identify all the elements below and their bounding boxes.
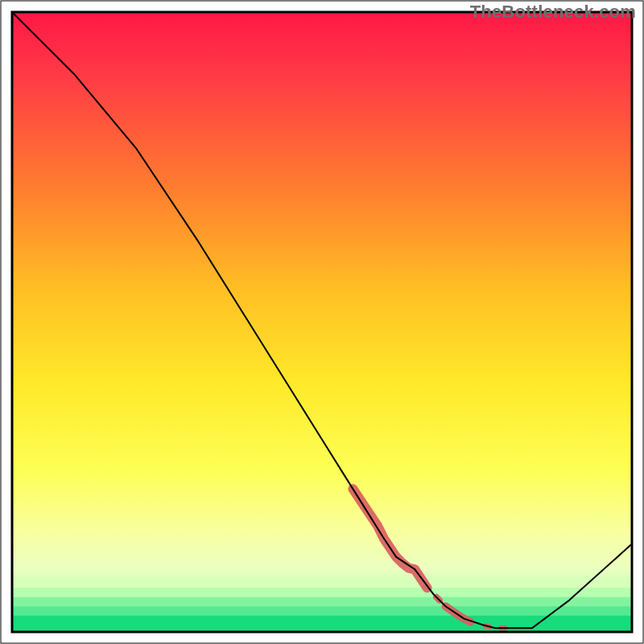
green-band: [13, 597, 631, 607]
chart-container: TheBottleneck.com: [0, 0, 644, 644]
watermark-label: TheBottleneck.com: [470, 2, 636, 23]
green-band: [13, 606, 631, 616]
green-band: [13, 588, 631, 597]
chart-background: [13, 13, 631, 631]
green-band: [13, 579, 631, 588]
bottleneck-chart: [0, 0, 644, 644]
